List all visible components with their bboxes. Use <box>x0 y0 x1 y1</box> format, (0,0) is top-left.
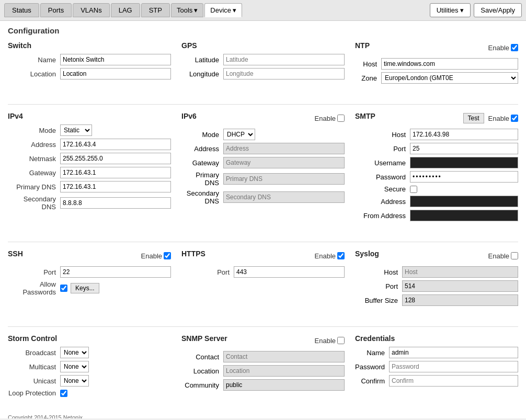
storm-multicast-label: Multicast <box>8 363 60 371</box>
ipv6-gateway-row: Gateway <box>181 157 345 168</box>
smtp-port-row: Port <box>355 143 518 154</box>
smtp-secure-checkbox[interactable] <box>410 186 417 193</box>
utilities-button[interactable]: Utilities ▾ <box>430 3 471 17</box>
snmp-contact-input[interactable] <box>223 351 345 362</box>
ipv6-mode-label: Mode <box>181 131 223 139</box>
tab-ports[interactable]: Ports <box>40 3 72 17</box>
https-enable-checkbox[interactable] <box>337 252 345 259</box>
credentials-confirm-label: Confirm <box>355 377 389 385</box>
gps-latitude-input[interactable] <box>223 54 345 65</box>
snmp-enable-checkbox[interactable] <box>337 337 345 344</box>
tab-vlans[interactable]: VLANs <box>73 3 109 17</box>
smtp-from-address-label: From Address <box>355 212 410 220</box>
switch-location-label: Location <box>8 70 60 78</box>
snmp-location-input[interactable] <box>223 365 345 377</box>
smtp-address-input[interactable] <box>410 196 518 207</box>
ipv4-gateway-input[interactable] <box>60 167 171 178</box>
tools-dropdown-icon: ▾ <box>194 6 198 14</box>
storm-broadcast-row: Broadcast None10%20% <box>8 347 171 358</box>
smtp-test-button[interactable]: Test <box>463 113 484 123</box>
ipv4-netmask-row: Netmask <box>8 153 171 164</box>
ipv4-secondary-dns-input[interactable] <box>60 197 171 209</box>
snmp-location-label: Location <box>181 367 223 375</box>
storm-broadcast-select[interactable]: None10%20% <box>60 347 89 358</box>
ipv4-netmask-input[interactable] <box>60 153 171 164</box>
syslog-port-input[interactable] <box>402 280 518 292</box>
smtp-host-input[interactable] <box>410 129 518 140</box>
ipv6-section-header: IPv6 Enable <box>181 112 345 124</box>
https-port-input[interactable] <box>234 266 345 278</box>
storm-loop-protection-label: Loop Protection <box>8 389 60 397</box>
ssh-enable-checkbox[interactable] <box>164 252 171 259</box>
syslog-enable-checkbox[interactable] <box>511 252 518 259</box>
ssh-section-title: SSH <box>8 249 23 258</box>
ntp-host-input[interactable] <box>381 58 518 70</box>
smtp-password-input[interactable] <box>410 171 518 183</box>
snmp-community-label: Community <box>181 381 223 389</box>
gps-longitude-label: Longitude <box>181 70 223 78</box>
storm-loop-protection-checkbox[interactable] <box>60 390 67 397</box>
tab-status[interactable]: Status <box>4 3 39 17</box>
ipv4-secondary-dns-row: Secondary DNS <box>8 195 171 211</box>
middle-section-row: IPv4 Mode Static DHCP Address Netmask Ga… <box>8 112 518 234</box>
ipv6-gateway-input[interactable] <box>223 157 345 168</box>
storm-unicast-row: Unicast None10%20% <box>8 375 171 387</box>
smtp-enable-checkbox[interactable] <box>511 115 518 122</box>
tab-tools[interactable]: Tools ▾ <box>171 3 203 17</box>
storm-multicast-select[interactable]: None10%20% <box>60 361 89 372</box>
storm-control-section: Storm Control Broadcast None10%20% Multi… <box>8 334 171 400</box>
tab-stp[interactable]: STP <box>141 3 170 17</box>
smtp-username-label: Username <box>355 159 410 167</box>
syslog-port-label: Port <box>355 282 402 290</box>
ipv4-address-input[interactable] <box>60 139 171 150</box>
ntp-enable-checkbox[interactable] <box>511 44 518 51</box>
top-section-row: Switch Name Location GPS Latitude Longit… <box>8 41 518 97</box>
https-section-title: HTTPS <box>181 249 205 258</box>
device-dropdown-icon: ▾ <box>233 6 236 14</box>
ssh-allow-passwords-label: Allow Passwords <box>8 280 60 296</box>
syslog-buffer-size-input[interactable] <box>402 294 518 306</box>
gps-latitude-row: Latitude <box>181 54 345 65</box>
smtp-port-input[interactable] <box>410 143 518 154</box>
ssh-allow-passwords-checkbox[interactable] <box>60 285 67 292</box>
nav-right-buttons: Utilities ▾ Save/Apply <box>430 3 522 17</box>
ntp-zone-select[interactable]: Europe/London (GMT0E <box>381 72 518 84</box>
ssh-section-row: SSH Enable Port Allow Passwords Keys... … <box>8 249 518 319</box>
copyright-text: Copyright 2014-2015 Netonix <box>8 414 518 418</box>
ipv6-secondary-dns-input[interactable] <box>223 191 345 203</box>
snmp-community-input[interactable] <box>223 379 345 391</box>
tab-lag[interactable]: LAG <box>111 3 140 17</box>
syslog-host-input[interactable] <box>402 266 518 278</box>
smtp-from-address-input[interactable] <box>410 210 518 221</box>
tab-device[interactable]: Device ▾ <box>204 3 242 17</box>
smtp-section-title: SMTP <box>355 112 375 120</box>
ssh-section: SSH Enable Port Allow Passwords Keys... <box>8 249 171 309</box>
credentials-confirm-input[interactable] <box>389 375 518 387</box>
storm-unicast-select[interactable]: None10%20% <box>60 375 89 387</box>
gps-longitude-input[interactable] <box>223 68 345 80</box>
snmp-location-row: Location <box>181 365 345 377</box>
credentials-password-input[interactable] <box>389 361 518 372</box>
ipv4-primary-dns-input[interactable] <box>60 181 171 192</box>
ipv4-mode-select[interactable]: Static DHCP <box>60 124 92 136</box>
smtp-username-input[interactable] <box>410 157 518 168</box>
ipv6-primary-dns-input[interactable] <box>223 173 345 185</box>
ssh-port-input[interactable] <box>60 266 171 278</box>
save-apply-button[interactable]: Save/Apply <box>474 3 522 17</box>
storm-broadcast-label: Broadcast <box>8 349 60 357</box>
ipv6-enable-checkbox[interactable] <box>337 115 345 122</box>
switch-name-input[interactable] <box>60 54 171 65</box>
ssh-keys-button[interactable]: Keys... <box>71 283 99 293</box>
https-enable-group: Enable <box>315 252 345 260</box>
smtp-from-address-row: From Address <box>355 210 518 221</box>
gps-section: GPS Latitude Longitude <box>181 41 345 86</box>
credentials-name-input[interactable] <box>389 347 518 358</box>
ntp-host-row: Host <box>355 58 518 70</box>
ipv6-mode-select[interactable]: DHCP Static <box>223 129 255 140</box>
ipv6-address-input[interactable] <box>223 143 345 154</box>
switch-location-input[interactable] <box>60 68 171 80</box>
switch-name-label: Name <box>8 56 60 64</box>
ipv4-section: IPv4 Mode Static DHCP Address Netmask Ga… <box>8 112 171 224</box>
smtp-password-row: Password <box>355 171 518 183</box>
ipv6-primary-dns-row: Primary DNS <box>181 171 345 187</box>
